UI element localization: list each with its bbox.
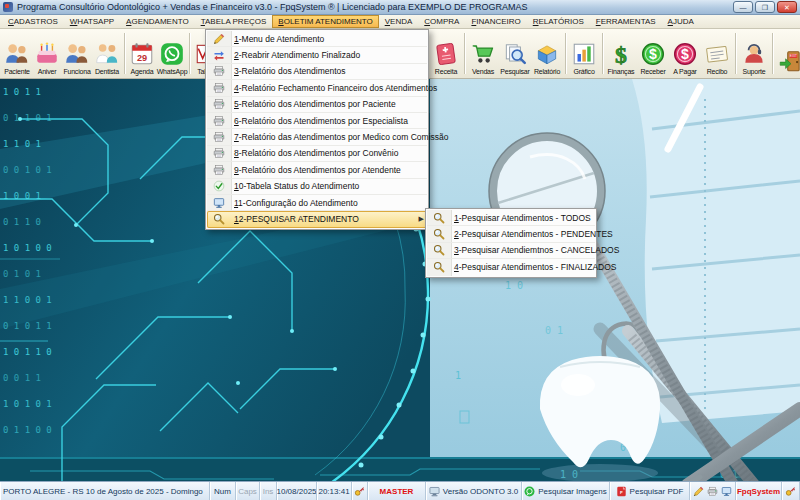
menu-compra[interactable]: COMPRA (418, 15, 465, 28)
sales-cart-icon (470, 41, 496, 67)
pdf-icon (616, 486, 627, 497)
pesquisar-button[interactable]: Pesquisar (499, 30, 531, 77)
menu-agendamento[interactable]: AGENDAMENTO (120, 15, 195, 28)
printer-icon[interactable] (707, 486, 718, 497)
key-icon (785, 486, 796, 497)
status-end-icon (782, 482, 800, 500)
receber-button[interactable]: Receber (637, 30, 669, 77)
employees-icon (64, 41, 90, 67)
submenu-arrow-icon: ▶ (419, 215, 424, 223)
svg-text:0 1 1 0 0: 0 1 1 0 0 (3, 425, 52, 435)
relatorio-button[interactable]: Relatório (531, 30, 563, 77)
financas-button[interactable]: Finanças (605, 30, 637, 77)
submenu-item-finalizados[interactable]: 4-Pesquisar Atendimentos - FINALIZADOS (427, 259, 595, 275)
menu-cadastros[interactable]: CADASTROS (2, 15, 64, 28)
menu-whatsapp[interactable]: WHATSAPP (64, 15, 120, 28)
menu-item-tabela-status[interactable]: 10-Tabela Status do Atendimento (207, 179, 427, 195)
menu-item-pesquisar-atendimento[interactable]: 12-PESQUISAR ATENDIMENTO ▶ (207, 211, 427, 227)
config-monitor-icon (213, 197, 225, 209)
toolbar-separator (735, 33, 736, 74)
menu-ferramentas[interactable]: FERRAMENTAS (590, 15, 662, 28)
svg-text:1 0 1 1: 1 0 1 1 (3, 87, 41, 97)
search-pdf-button[interactable]: Pesquisar PDF (610, 482, 690, 500)
printer-icon (213, 131, 225, 143)
status-time: 20:13:41 (317, 482, 352, 500)
dentista-button[interactable]: Dentista (92, 30, 122, 77)
vendas-button[interactable]: Vendas (467, 30, 499, 77)
paciente-button[interactable]: Paciente (2, 30, 32, 77)
menu-tabela-precos[interactable]: TABELA PREÇOS (195, 15, 273, 28)
support-icon (741, 41, 767, 67)
toolbar-separator (772, 33, 773, 74)
search-documents-icon (502, 41, 528, 67)
monitor-icon[interactable] (721, 486, 732, 497)
toolbar-separator (124, 33, 125, 74)
menu-relatorios[interactable]: RELATÓRIOS (527, 15, 590, 28)
funcionario-button[interactable]: Funciona (62, 30, 92, 77)
computer-icon (429, 486, 440, 497)
toolbar-left-group: Paciente Aniver Funciona Dentista Agenda (2, 30, 222, 77)
menu-item-relatorio-por-medico[interactable]: 7-Relatório das Atendimentos por Medico … (207, 129, 427, 145)
menu-ajuda[interactable]: AJUDA (662, 15, 700, 28)
patients-icon (4, 41, 30, 67)
printer-icon (213, 65, 225, 77)
status-user: MASTER (368, 482, 426, 500)
status-ins-indicator: Ins (260, 482, 277, 500)
close-button[interactable]: ✕ (777, 1, 797, 13)
a-pagar-button[interactable]: A Pagar (669, 30, 701, 77)
menu-item-configuracao[interactable]: 11-Configuração do Atendimento (207, 195, 427, 211)
brush-icon[interactable] (693, 486, 704, 497)
search-icon (213, 213, 225, 225)
pencil-icon (213, 33, 225, 45)
menu-boletim-atendimento[interactable]: BOLETIM ATENDIMENTO (272, 15, 378, 28)
whatsapp-button[interactable]: WhatsApp (157, 30, 187, 77)
svg-text:0 1 1 0: 0 1 1 0 (3, 217, 41, 227)
toolbar-right-group: Receita Vendas Pesquisar Relatório Gráfi… (430, 30, 800, 77)
prescription-icon (433, 41, 459, 67)
app-window: Programa Consultório Odontológico + Vend… (0, 0, 800, 500)
minimize-button[interactable]: — (733, 1, 753, 13)
toolbar-separator (189, 33, 190, 74)
exit-door-icon (778, 48, 800, 74)
search-images-button[interactable]: Pesquisar Imagens (522, 482, 610, 500)
menu-item-reabrir-atendimento[interactable]: 2-Reabrir Atendimento Finalizado (207, 47, 427, 63)
menu-item-relatorio-por-paciente[interactable]: 5-Relatório dos Atendimentos por Pacient… (207, 97, 427, 113)
finance-dollar-icon (608, 41, 634, 67)
search-icon (433, 228, 445, 240)
status-date: 10/08/2025 (277, 482, 317, 500)
pesquisar-atendimento-submenu: 1-Pesquisar Atendimentos - TODOS 2-Pesqu… (425, 208, 597, 278)
svg-text:1 0 1 1 0: 1 0 1 1 0 (3, 347, 52, 357)
printer-icon (213, 98, 225, 110)
status-brand: FpqSystem (736, 482, 782, 500)
grafico-button[interactable]: Gráfico (568, 30, 600, 77)
status-check-icon (213, 180, 225, 192)
menu-financeiro[interactable]: FINANCEIRO (465, 15, 526, 28)
boletim-atendimento-menu: 1-Menu de Atendimento 2-Reabrir Atendime… (205, 29, 429, 230)
submenu-item-todos[interactable]: 1-Pesquisar Atendimentos - TODOS (427, 210, 595, 226)
menu-item-relatorio-por-especialista[interactable]: 6-Relatório dos Atendimentos por Especia… (207, 113, 427, 129)
dentists-icon (94, 41, 120, 67)
menu-item-relatorio-atendimentos[interactable]: 3-Relatório dos Atendimentos (207, 64, 427, 80)
suporte-button[interactable]: Suporte (738, 30, 770, 77)
recibo-button[interactable]: Recibo (701, 30, 733, 77)
whatsapp-icon (159, 41, 185, 67)
receita-button[interactable]: Receita (430, 30, 462, 77)
menu-item-relatorio-por-convenio[interactable]: 8-Relatório dos Atendimentos por Convêni… (207, 146, 427, 162)
menu-item-relatorio-fechamento[interactable]: 4-Relatório Fechamento Financeiro dos At… (207, 80, 427, 96)
submenu-item-pendentes[interactable]: 2-Pesquisar Atendimentos - PENDENTES (427, 226, 595, 242)
status-version: Versão ODONTO 3.0 (426, 482, 522, 500)
menu-item-relatorio-por-atendente[interactable]: 9-Relatório dos Atendimentos por Atenden… (207, 162, 427, 178)
receive-coin-icon (640, 41, 666, 67)
menu-venda[interactable]: VENDA (379, 15, 419, 28)
exit-button[interactable] (775, 30, 800, 77)
menu-item-menu-de-atendimento[interactable]: 1-Menu de Atendimento (207, 31, 427, 47)
status-location-date: PORTO ALEGRE - RS 10 de Agosto de 2025 -… (0, 482, 210, 500)
status-tool-icons (690, 482, 736, 500)
whatsapp-icon (524, 486, 535, 497)
submenu-item-cancelados[interactable]: 3-Pesquisar Atendiemtnos - CANCELADOS (427, 243, 595, 259)
svg-text:0 0 1 0 1: 0 0 1 0 1 (3, 165, 52, 175)
agenda-button[interactable]: Agenda (127, 30, 157, 77)
restore-button[interactable]: ❐ (755, 1, 775, 13)
receipt-icon (704, 41, 730, 67)
aniver-button[interactable]: Aniver (32, 30, 62, 77)
